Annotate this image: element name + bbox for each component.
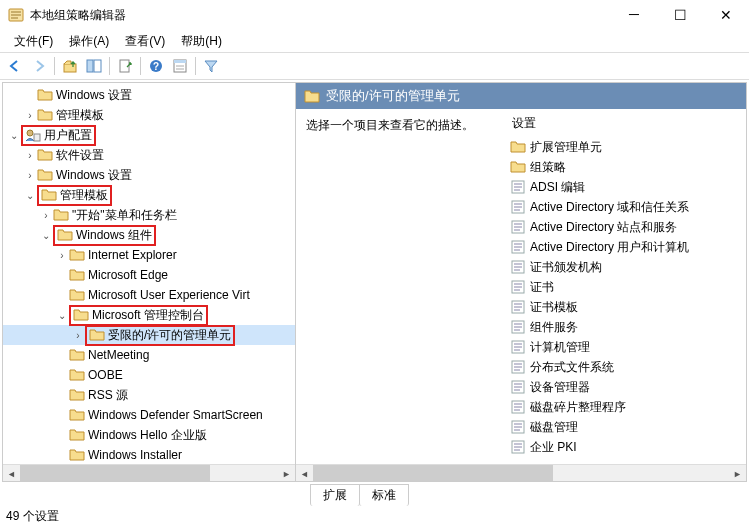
show-hide-tree-button[interactable] — [83, 55, 105, 77]
tree-row[interactable]: ›"开始"菜单和任务栏 — [3, 205, 295, 225]
list-item[interactable]: 证书模板 — [506, 297, 746, 317]
tree-row[interactable]: Windows Installer — [3, 445, 295, 464]
details-hscrollbar[interactable]: ◄ ► — [296, 464, 746, 481]
menu-view[interactable]: 查看(V) — [117, 31, 173, 52]
tree-label: 管理模板 — [60, 187, 108, 204]
help-button[interactable]: ? — [145, 55, 167, 77]
menu-help[interactable]: 帮助(H) — [173, 31, 230, 52]
list-item[interactable]: 证书 — [506, 277, 746, 297]
collapse-icon[interactable]: › — [23, 110, 37, 121]
list-item[interactable]: Active Directory 站点和服务 — [506, 217, 746, 237]
list-item[interactable]: 组件服务 — [506, 317, 746, 337]
tree-label: NetMeeting — [88, 348, 149, 362]
tab-standard[interactable]: 标准 — [359, 484, 409, 506]
list-item-label: 设备管理器 — [530, 379, 590, 396]
tree-row[interactable]: RSS 源 — [3, 385, 295, 405]
list-item[interactable]: 设备管理器 — [506, 377, 746, 397]
list-item-label: Active Directory 站点和服务 — [530, 219, 677, 236]
properties-button[interactable] — [169, 55, 191, 77]
tree-row[interactable]: Windows 设置 — [3, 85, 295, 105]
setting-icon — [510, 280, 526, 294]
tree-row[interactable]: ›软件设置 — [3, 145, 295, 165]
collapse-icon[interactable]: › — [23, 150, 37, 161]
tree-row[interactable]: Microsoft User Experience Virt — [3, 285, 295, 305]
export-button[interactable] — [114, 55, 136, 77]
setting-icon — [510, 240, 526, 254]
expand-icon[interactable]: ⌄ — [55, 310, 69, 321]
tree-label: "开始"菜单和任务栏 — [72, 207, 177, 224]
collapse-icon[interactable]: › — [23, 170, 37, 181]
list-item[interactable]: 磁盘管理 — [506, 417, 746, 437]
toolbar: ? — [0, 52, 749, 80]
list-item-label: 分布式文件系统 — [530, 359, 614, 376]
collapse-icon[interactable]: › — [55, 250, 69, 261]
tree-row[interactable]: Windows Defender SmartScreen — [3, 405, 295, 425]
tab-extended[interactable]: 扩展 — [310, 484, 360, 506]
minimize-button[interactable]: ─ — [611, 0, 657, 30]
tree-row[interactable]: ›受限的/许可的管理单元 — [3, 325, 295, 345]
list-item[interactable]: 证书颁发机构 — [506, 257, 746, 277]
close-button[interactable]: ✕ — [703, 0, 749, 30]
list-item[interactable]: 计算机管理 — [506, 337, 746, 357]
setting-icon — [510, 180, 526, 194]
statusbar: 49 个设置 — [0, 506, 749, 525]
svg-rect-15 — [34, 134, 40, 141]
window-title: 本地组策略编辑器 — [30, 7, 611, 24]
folder-icon — [53, 208, 69, 222]
tree-row[interactable]: Windows Hello 企业版 — [3, 425, 295, 445]
tree-label: Microsoft Edge — [88, 268, 168, 282]
setting-icon — [510, 340, 526, 354]
tree-label: Windows 组件 — [76, 227, 152, 244]
list-item-label: 证书模板 — [530, 299, 578, 316]
svg-point-14 — [27, 130, 33, 136]
folder-icon — [37, 168, 53, 182]
folder-icon — [69, 288, 85, 302]
svg-rect-11 — [174, 60, 186, 63]
expand-icon[interactable]: ⌄ — [7, 130, 21, 141]
tree-row[interactable]: Microsoft Edge — [3, 265, 295, 285]
expand-icon[interactable]: ⌄ — [23, 190, 37, 201]
collapse-icon[interactable]: › — [71, 330, 85, 341]
list-item[interactable]: 磁盘碎片整理程序 — [506, 397, 746, 417]
tree-row[interactable]: ⌄Microsoft 管理控制台 — [3, 305, 295, 325]
menu-file[interactable]: 文件(F) — [6, 31, 61, 52]
setting-icon — [510, 440, 526, 454]
back-button[interactable] — [4, 55, 26, 77]
menu-action[interactable]: 操作(A) — [61, 31, 117, 52]
tree-row[interactable]: ›Internet Explorer — [3, 245, 295, 265]
tree-label: RSS 源 — [88, 387, 128, 404]
tree-row[interactable]: ⌄用户配置 — [3, 125, 295, 145]
svg-rect-4 — [64, 64, 76, 72]
list-item[interactable]: ADSI 编辑 — [506, 177, 746, 197]
tree-row[interactable]: ⌄管理模板 — [3, 185, 295, 205]
up-button[interactable] — [59, 55, 81, 77]
folder-icon — [89, 328, 105, 342]
tree-row[interactable]: ›管理模板 — [3, 105, 295, 125]
folder-icon — [69, 448, 85, 462]
list-item[interactable]: 分布式文件系统 — [506, 357, 746, 377]
tree-row[interactable]: ⌄Windows 组件 — [3, 225, 295, 245]
tree-row[interactable]: NetMeeting — [3, 345, 295, 365]
list-item[interactable]: Active Directory 用户和计算机 — [506, 237, 746, 257]
settings-column-header[interactable]: 设置 — [506, 109, 746, 137]
forward-button[interactable] — [28, 55, 50, 77]
list-item-label: ADSI 编辑 — [530, 179, 585, 196]
maximize-button[interactable]: ☐ — [657, 0, 703, 30]
list-item[interactable]: Active Directory 域和信任关系 — [506, 197, 746, 217]
collapse-icon[interactable]: › — [39, 210, 53, 221]
list-item-label: 证书 — [530, 279, 554, 296]
list-item-label: 计算机管理 — [530, 339, 590, 356]
list-item[interactable]: 扩展管理单元 — [506, 137, 746, 157]
expand-icon[interactable]: ⌄ — [39, 230, 53, 241]
filter-button[interactable] — [200, 55, 222, 77]
tree-hscrollbar[interactable]: ◄ ► — [3, 464, 295, 481]
tree-row[interactable]: ›Windows 设置 — [3, 165, 295, 185]
folder-icon — [37, 88, 53, 102]
details-header-text: 受限的/许可的管理单元 — [326, 87, 460, 105]
list-item[interactable]: 组策略 — [506, 157, 746, 177]
list-item[interactable]: 企业 PKI — [506, 437, 746, 457]
tree-row[interactable]: OOBE — [3, 365, 295, 385]
folder-icon — [69, 248, 85, 262]
svg-text:?: ? — [153, 61, 159, 72]
tree-label: Windows Hello 企业版 — [88, 427, 207, 444]
